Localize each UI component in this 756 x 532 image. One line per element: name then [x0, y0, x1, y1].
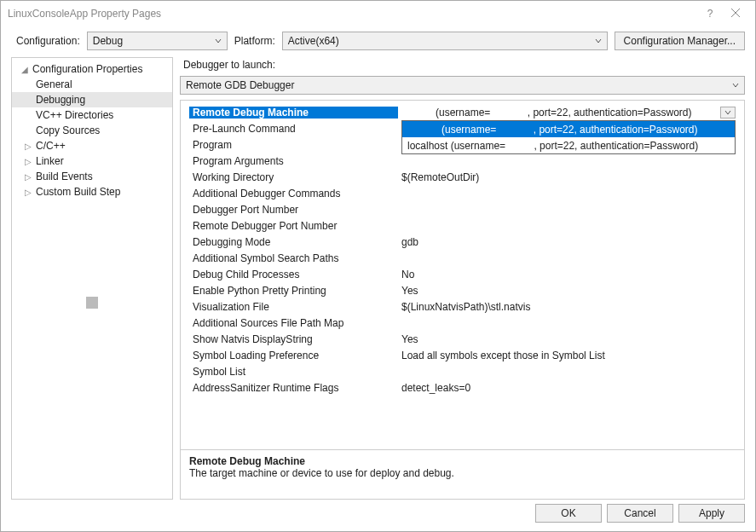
apply-button[interactable]: Apply [678, 504, 745, 523]
property-key: Program [189, 139, 398, 151]
property-value[interactable]: Load all symbols except those in Symbol … [398, 350, 736, 361]
property-key: Working Directory [189, 171, 398, 183]
property-key: Program Arguments [189, 155, 398, 167]
config-tree: ◢Configuration Properties General Debugg… [11, 57, 173, 500]
right-panel: Debugger to launch: Remote GDB Debugger … [180, 57, 745, 500]
property-description: Remote Debug Machine The target machine … [181, 449, 744, 499]
property-value[interactable]: gdb [398, 236, 736, 248]
property-value[interactable]: (username= , port=22, authentication=Pas… [398, 107, 736, 119]
tree-node-cpp[interactable]: ▷C/C++ [12, 138, 172, 153]
property-row[interactable]: Working Directory$(RemoteOutDir) [189, 169, 736, 185]
property-key: Additional Debugger Commands [189, 188, 398, 200]
tree-node-general[interactable]: General [12, 77, 172, 92]
platform-combo[interactable]: Active(x64) [282, 32, 608, 50]
property-key: Remote Debugger Port Number [189, 220, 398, 232]
tree-splitter-handle[interactable] [86, 297, 98, 309]
platform-label: Platform: [234, 35, 275, 47]
tree-node-custom-build[interactable]: ▷Custom Build Step [12, 184, 172, 200]
property-description-body: The target machine or device to use for … [189, 467, 736, 479]
configuration-combo[interactable]: Debug [87, 32, 228, 50]
cancel-button[interactable]: Cancel [607, 504, 673, 523]
dropdown-list: (username= , port=22, authentication=Pas… [401, 120, 736, 154]
tree-node-linker[interactable]: ▷Linker [12, 153, 172, 169]
property-value[interactable]: $(LinuxNatvisPath)\stl.natvis [398, 301, 736, 313]
property-row[interactable]: Symbol List [189, 363, 736, 379]
expand-icon: ▷ [22, 188, 34, 197]
property-key: Debug Child Processes [189, 269, 398, 280]
chevron-down-icon [595, 35, 602, 47]
property-row[interactable]: Debug Child ProcessesNo [189, 266, 736, 282]
property-row[interactable]: AddressSanitizer Runtime Flagsdetect_lea… [189, 379, 736, 396]
tree-node-debugging[interactable]: Debugging [12, 92, 172, 107]
debugger-launch-label: Debugger to launch: [180, 57, 745, 71]
property-key: Debugging Mode [189, 236, 398, 248]
dropdown-option[interactable]: localhost (username= , port=22, authenti… [402, 137, 735, 153]
property-row[interactable]: Additional Symbol Search Paths [189, 250, 736, 266]
dropdown-button[interactable] [720, 107, 736, 119]
property-key: Additional Sources File Path Map [189, 317, 398, 329]
property-row[interactable]: Visualization File$(LinuxNatvisPath)\stl… [189, 298, 736, 315]
property-row[interactable]: Additional Debugger Commands [189, 185, 736, 201]
title-bar: LinuxConsoleApp Property Pages ? [1, 1, 755, 26]
expand-icon: ▷ [22, 172, 34, 182]
property-key: Symbol Loading Preference [189, 350, 398, 361]
window-title: LinuxConsoleApp Property Pages [8, 8, 697, 20]
tree-node-build-events[interactable]: ▷Build Events [12, 169, 172, 184]
debugger-launch-combo[interactable]: Remote GDB Debugger [180, 76, 745, 95]
property-key: Pre-Launch Command [189, 123, 398, 135]
property-row[interactable]: Debugger Port Number [189, 201, 736, 217]
dialog-buttons: OK Cancel Apply [535, 504, 745, 523]
dropdown-option[interactable]: (username= , port=22, authentication=Pas… [402, 121, 735, 137]
debugger-launch-value: Remote GDB Debugger [186, 79, 294, 91]
property-row[interactable]: Symbol Loading PreferenceLoad all symbol… [189, 347, 736, 363]
configuration-label: Configuration: [16, 35, 80, 47]
expand-icon: ▷ [22, 157, 34, 166]
property-row[interactable]: Remote Debug Machine (username= , port=2… [189, 104, 736, 120]
property-row[interactable]: Show Natvis DisplayStringYes [189, 331, 736, 347]
property-row[interactable]: Remote Debugger Port Number [189, 217, 736, 234]
property-row[interactable]: Enable Python Pretty PrintingYes [189, 282, 736, 298]
tree-node-copy-sources[interactable]: Copy Sources [12, 123, 172, 138]
property-key: Symbol List [189, 366, 398, 378]
property-value[interactable]: No [398, 269, 736, 280]
configuration-value: Debug [93, 35, 123, 47]
property-row[interactable]: Program Arguments [189, 153, 736, 169]
property-key: Enable Python Pretty Printing [189, 285, 398, 297]
tree-node-vcpp[interactable]: VC++ Directories [12, 107, 172, 123]
property-key: Visualization File [189, 301, 398, 313]
property-key: Additional Symbol Search Paths [189, 252, 398, 264]
tree-node-root[interactable]: ◢Configuration Properties [12, 61, 172, 77]
main-area: ◢Configuration Properties General Debugg… [1, 57, 755, 505]
expand-icon: ▷ [22, 142, 34, 151]
chevron-down-icon [732, 79, 739, 91]
help-icon[interactable]: ? [697, 8, 723, 20]
property-grid: Remote Debug Machine (username= , port=2… [180, 100, 745, 500]
configuration-manager-button[interactable]: Configuration Manager... [615, 32, 745, 50]
property-value[interactable]: Yes [398, 285, 736, 297]
property-value[interactable]: detect_leaks=0 [398, 382, 736, 394]
chevron-down-icon [215, 35, 222, 47]
collapse-icon: ◢ [19, 65, 31, 74]
close-icon[interactable] [723, 8, 748, 20]
ok-button[interactable]: OK [535, 504, 602, 523]
property-value[interactable]: Yes [398, 333, 736, 345]
property-key: Show Natvis DisplayString [189, 333, 398, 345]
platform-value: Active(x64) [288, 35, 339, 47]
property-value[interactable]: $(RemoteOutDir) [398, 171, 736, 183]
property-key: Remote Debug Machine [189, 107, 398, 119]
top-row: Configuration: Debug Platform: Active(x6… [1, 26, 755, 57]
property-row[interactable]: Additional Sources File Path Map [189, 315, 736, 331]
property-description-title: Remote Debug Machine [189, 455, 736, 467]
property-row[interactable]: Debugging Modegdb [189, 234, 736, 250]
property-key: Debugger Port Number [189, 204, 398, 216]
property-key: AddressSanitizer Runtime Flags [189, 382, 398, 394]
